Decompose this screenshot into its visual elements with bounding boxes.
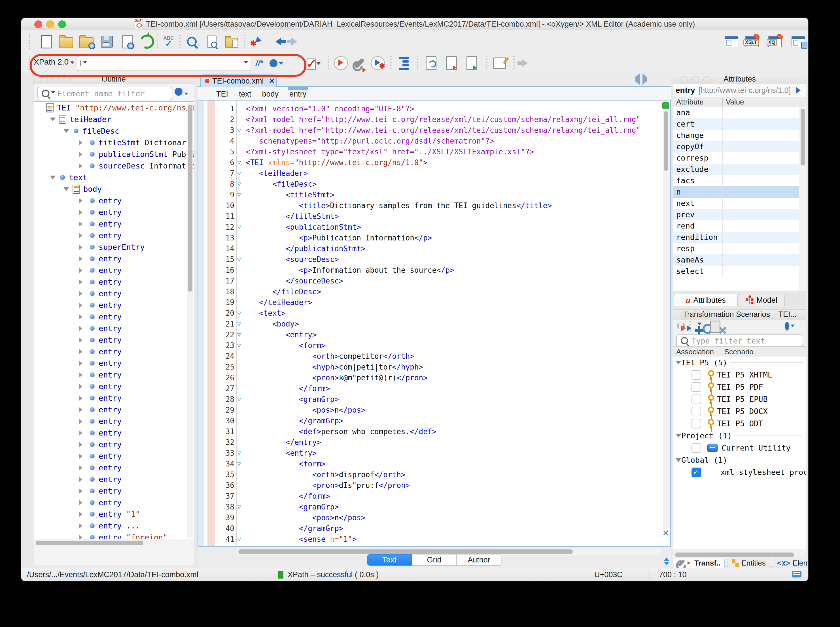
code-line[interactable]: 35 <orth>disproof</orth> <box>198 469 670 480</box>
attribute-row[interactable]: copyOf <box>673 141 799 152</box>
attributes-vertical-scrollbar[interactable] <box>800 108 806 290</box>
expand-icon[interactable] <box>79 454 85 459</box>
open-url-icon[interactable] <box>79 34 95 50</box>
view-button-grid[interactable]: Grid <box>412 554 456 566</box>
xslt-debugger-icon[interactable]: XSLT <box>744 34 760 50</box>
expand-icon[interactable] <box>79 349 85 354</box>
code-line[interactable]: 2<?xml-model href="http://www.tei-c.org/… <box>198 114 670 125</box>
code-line[interactable]: 30 </gramGrp> <box>198 416 670 426</box>
editor-navigation-arrows[interactable] <box>664 555 669 568</box>
outline-tree-item[interactable]: entry <box>33 427 194 439</box>
scenario-column-header[interactable]: Scenario <box>725 348 753 356</box>
outline-tree-item[interactable]: entry <box>33 288 194 299</box>
fold-toggle-icon[interactable]: ▽ <box>237 157 241 168</box>
outline-tree-item[interactable]: TEI"http://www.tei-c.org/ns/1. <box>33 102 194 113</box>
outline-tree-item[interactable]: teiHeader <box>33 113 194 125</box>
breadcrumb-item-entry[interactable]: entry <box>289 88 306 99</box>
forward-icon[interactable] <box>288 34 304 50</box>
expand-icon[interactable] <box>79 419 85 424</box>
code-line[interactable]: 19 </teiHeader> <box>198 297 670 308</box>
outline-tree-item[interactable]: entry <box>33 218 194 230</box>
code-line[interactable]: 9▽ <titleStmt> <box>198 189 670 200</box>
search-icon[interactable] <box>184 34 200 50</box>
code-line[interactable]: 14 </publicationStmt> <box>198 243 670 254</box>
attribute-row[interactable]: cert <box>673 118 799 130</box>
outline-vertical-scrollbar[interactable] <box>187 102 193 538</box>
code-line[interactable]: 18 </fileDesc> <box>198 286 670 297</box>
collapse-icon[interactable] <box>676 361 681 367</box>
editor-tab-tei-combo[interactable]: TEI-combo.xml ✕ <box>201 74 277 87</box>
attribute-row[interactable]: ana <box>673 107 799 118</box>
fold-toggle-icon[interactable]: ▽ <box>237 125 241 135</box>
attribute-row[interactable]: sameAs <box>673 254 799 266</box>
code-line[interactable]: 34▽ <form> <box>198 458 670 469</box>
association-column-header[interactable]: Association <box>676 348 714 356</box>
breadcrumb-item-body[interactable]: body <box>262 88 279 99</box>
code-line[interactable]: 1<?xml version="1.0" encoding="UTF-8"?> <box>198 103 670 114</box>
find-replace-in-files-icon[interactable] <box>224 34 240 50</box>
scenario-checkbox[interactable] <box>692 419 701 429</box>
scenarios-filter-input[interactable] <box>691 336 802 345</box>
scenario-item[interactable]: xml-stylesheet proc.. <box>673 466 806 478</box>
code-line[interactable]: 8▽ <fileDesc> <box>198 179 670 189</box>
fold-toggle-icon[interactable]: ▽ <box>237 448 241 458</box>
title-bar[interactable]: TEI-combo.xml [/Users/ttasovac/Developme… <box>21 18 808 31</box>
code-line[interactable]: 32 </entry> <box>198 437 670 448</box>
expand-icon[interactable] <box>79 488 85 494</box>
panel-header-buttons[interactable] <box>681 76 711 83</box>
edit-book-icon[interactable] <box>492 55 508 71</box>
fold-toggle-icon[interactable]: ▽ <box>237 222 241 233</box>
layout-icon[interactable] <box>723 34 739 50</box>
new-document-icon[interactable] <box>38 34 54 50</box>
bottom-tab-elements[interactable]: <x>Elements <box>773 558 808 569</box>
bottom-tab-transf[interactable]: Transf.. <box>673 558 725 569</box>
outline-tree-item[interactable]: entry <box>33 346 194 358</box>
attribute-row[interactable]: select <box>673 266 799 277</box>
code-line[interactable]: 20▽ <text> <box>198 308 670 318</box>
code-line[interactable]: 38▽ <gramGrp> <box>198 501 670 512</box>
code-line[interactable]: 17 </sourceDesc> <box>198 276 670 286</box>
collapse-icon[interactable] <box>63 187 69 194</box>
breadcrumb-item-TEI[interactable]: TEI <box>216 88 228 99</box>
forward-icon[interactable] <box>796 87 804 93</box>
code-line[interactable]: 24 <orth>competitor</orth> <box>198 351 670 362</box>
code-line[interactable]: 41▽ <sense n="1"> <box>198 534 670 545</box>
attribute-row[interactable]: rendition <box>673 232 799 243</box>
collapse-icon[interactable] <box>63 129 69 135</box>
collapse-icon[interactable] <box>50 176 55 182</box>
next-icon[interactable] <box>664 562 669 568</box>
code-line[interactable]: 31 <def>person who competes.</def> <box>198 426 670 437</box>
outline-tree-item[interactable]: entry <box>33 474 194 485</box>
outline-tree-item[interactable]: entry <box>33 253 194 265</box>
expand-icon[interactable] <box>79 442 85 447</box>
back-icon[interactable] <box>268 34 284 50</box>
code-line[interactable]: 11 </titleStmt> <box>198 211 670 222</box>
outline-tree-item[interactable]: entry"foreign" <box>33 532 194 539</box>
database-perspective-icon[interactable] <box>790 34 806 50</box>
attribute-row[interactable]: rend <box>673 221 799 232</box>
code-line[interactable]: 26 <pron>k@m"petit@(r)</pron> <box>198 372 670 383</box>
xpath-history-icon[interactable] <box>80 61 81 66</box>
scenario-group[interactable]: Project (1) <box>673 430 806 442</box>
outline-tree-item[interactable]: body <box>33 183 194 195</box>
find-in-document-icon[interactable] <box>204 34 219 50</box>
scenarios-settings-gear-icon[interactable] <box>785 323 795 329</box>
expand-icon[interactable] <box>79 221 85 227</box>
outline-tree-item[interactable]: superEntry <box>33 241 194 253</box>
expand-icon[interactable] <box>79 163 85 169</box>
outline-tree-item[interactable]: entry <box>33 195 194 206</box>
expand-icon[interactable] <box>79 244 85 250</box>
code-line[interactable]: 3▽<?xml-model href="http://www.tei-c.org… <box>198 125 670 135</box>
breadcrumb-item-text[interactable]: text <box>239 88 251 99</box>
associate-schema-icon[interactable] <box>464 55 480 71</box>
code-line[interactable]: 27 </form> <box>198 383 670 394</box>
outline-filter-box[interactable] <box>38 87 172 100</box>
scenarios-filter-box[interactable] <box>676 334 803 347</box>
expand-icon[interactable] <box>79 233 85 238</box>
scenario-item[interactable]: TEI P5 PDF <box>673 381 806 393</box>
expand-icon[interactable] <box>79 523 85 529</box>
collapse-icon[interactable] <box>676 458 681 465</box>
last-modification-icon[interactable]: ✱ <box>248 34 264 50</box>
outline-panel-header[interactable]: Outline <box>33 74 194 84</box>
configure-transformation-icon[interactable] <box>351 55 367 71</box>
